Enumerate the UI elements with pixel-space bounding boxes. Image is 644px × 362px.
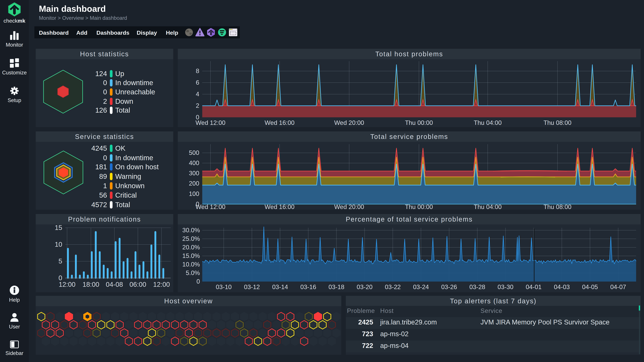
svg-text:Wed 16:00: Wed 16:00: [265, 203, 294, 210]
svg-text:Total: Total: [115, 201, 130, 209]
svg-text:15: 15: [55, 224, 62, 231]
svg-text:89: 89: [99, 172, 107, 180]
svg-text:12:00: 12:00: [153, 281, 170, 288]
svg-text:6: 6: [196, 79, 199, 86]
svg-text:04-08: 04-08: [106, 281, 123, 288]
svg-text:0: 0: [103, 79, 107, 87]
svg-text:181: 181: [95, 163, 107, 171]
svg-text:0: 0: [103, 88, 107, 96]
svg-text:2: 2: [103, 97, 107, 105]
svg-text:Warning: Warning: [115, 172, 141, 180]
svg-text:10.0%: 10.0%: [182, 261, 200, 268]
svg-text:0: 0: [58, 274, 62, 282]
svg-text:126: 126: [95, 106, 107, 114]
svg-text:Thu 04:00: Thu 04:00: [474, 119, 502, 126]
svg-text:Thu 04:00: Thu 04:00: [474, 203, 502, 210]
svg-text:4: 4: [196, 91, 199, 97]
svg-text:In downtime: In downtime: [115, 79, 153, 87]
svg-text:20.0%: 20.0%: [182, 244, 200, 251]
svg-text:200: 200: [189, 180, 199, 187]
svg-text:Wed 12:00: Wed 12:00: [196, 119, 226, 126]
svg-text:Thu 00:00: Thu 00:00: [405, 119, 433, 126]
svg-text:Wed 12:00: Wed 12:00: [196, 203, 226, 210]
svg-text:5: 5: [58, 257, 62, 265]
svg-text:03-20: 03-20: [357, 284, 373, 291]
svg-text:4245: 4245: [92, 144, 107, 152]
svg-text:5.0%: 5.0%: [186, 270, 200, 276]
svg-text:04-07: 04-07: [610, 284, 626, 291]
svg-text:0: 0: [103, 154, 107, 162]
svg-text:OK: OK: [115, 144, 126, 152]
svg-text:Thu 00:00: Thu 00:00: [405, 203, 433, 210]
svg-text:2: 2: [196, 102, 199, 109]
svg-text:Wed 16:00: Wed 16:00: [265, 119, 294, 126]
svg-text:Up: Up: [115, 70, 124, 78]
svg-text:03-30: 03-30: [498, 284, 514, 291]
svg-text:4572: 4572: [92, 201, 107, 209]
svg-text:04-05: 04-05: [582, 284, 598, 291]
svg-text:Thu 08:00: Thu 08:00: [544, 203, 572, 210]
svg-text:18:00: 18:00: [82, 281, 99, 288]
svg-text:In downtime: In downtime: [115, 154, 153, 162]
svg-text:03-24: 03-24: [413, 284, 429, 291]
svg-text:400: 400: [189, 160, 199, 166]
svg-text:Unknown: Unknown: [115, 182, 144, 190]
svg-text:10: 10: [55, 241, 62, 248]
svg-text:03-12: 03-12: [244, 284, 260, 291]
svg-text:03-28: 03-28: [470, 284, 485, 291]
svg-text:15.0%: 15.0%: [182, 252, 200, 259]
svg-text:Wed 20:00: Wed 20:00: [334, 119, 364, 126]
svg-text:On down host: On down host: [115, 163, 159, 171]
svg-text:12:00: 12:00: [59, 281, 76, 288]
svg-text:Thu 08:00: Thu 08:00: [544, 119, 572, 126]
svg-text:0: 0: [196, 278, 200, 285]
svg-text:30.0%: 30.0%: [182, 227, 200, 234]
svg-text:Wed 20:00: Wed 20:00: [334, 203, 364, 210]
svg-text:100: 100: [189, 190, 199, 197]
svg-text:04-03: 04-03: [554, 284, 570, 291]
svg-text:03-22: 03-22: [385, 284, 401, 291]
svg-text:Total: Total: [115, 106, 130, 114]
svg-text:03-10: 03-10: [216, 284, 232, 291]
svg-text:03-14: 03-14: [272, 284, 288, 291]
svg-text:03-18: 03-18: [328, 284, 344, 291]
svg-text:300: 300: [189, 170, 199, 177]
svg-text:03-16: 03-16: [300, 284, 316, 291]
svg-text:500: 500: [189, 149, 199, 156]
svg-text:124: 124: [95, 70, 107, 78]
svg-text:04-01: 04-01: [526, 284, 542, 291]
svg-text:56: 56: [99, 191, 107, 199]
svg-text:1: 1: [103, 182, 107, 190]
svg-text:06:00: 06:00: [130, 281, 146, 288]
svg-text:25.0%: 25.0%: [182, 235, 200, 242]
svg-text:8: 8: [196, 67, 199, 74]
svg-text:Unreachable: Unreachable: [115, 88, 155, 96]
svg-text:03-26: 03-26: [441, 284, 457, 291]
svg-text:Down: Down: [115, 97, 133, 105]
svg-text:Critical: Critical: [115, 191, 137, 199]
